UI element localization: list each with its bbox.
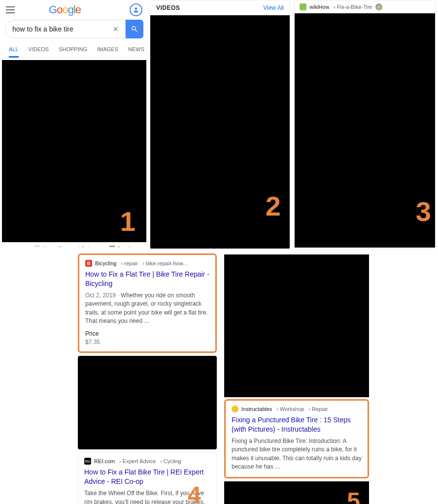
tab-images[interactable]: IMAGES bbox=[97, 43, 118, 58]
about-featured-snippets[interactable]: ? About Featured Snippets bbox=[34, 245, 102, 247]
amp-icon: ⚡ bbox=[375, 3, 382, 10]
search-icon bbox=[131, 25, 138, 33]
videos-title: VIDEOS bbox=[156, 4, 180, 11]
search-tabs: ALL VIDEOS SHOPPING IMAGES NEWS M bbox=[2, 41, 146, 58]
overlay-number-1: 1 bbox=[120, 205, 135, 237]
price-value: $7.35 bbox=[85, 339, 209, 346]
overlay-number-5: 5 bbox=[347, 487, 360, 504]
rei-site-name: REI.com bbox=[94, 458, 115, 464]
instructables-crumb-1: Workshop bbox=[275, 406, 304, 412]
flag-icon bbox=[109, 246, 115, 247]
overlay-number-3: 3 bbox=[416, 195, 431, 227]
about-label: About Featured Snippets bbox=[42, 246, 102, 247]
result-rei[interactable]: REI REI.com Expert Advice Cycling How to… bbox=[78, 452, 217, 504]
instructables-source-row: Instructables Workshop Repair bbox=[232, 406, 362, 412]
account-icon[interactable] bbox=[130, 3, 142, 16]
panel-videos: VIDEOS View All 2 bbox=[150, 0, 290, 250]
bicycling-snippet: Oct 2, 2019 · Whether you ride on smooth… bbox=[85, 291, 209, 326]
menu-icon[interactable] bbox=[6, 4, 17, 15]
instructables-title[interactable]: Fixing a Punctured Bike Tire : 15 Steps … bbox=[232, 415, 362, 434]
overlay-number-4: 4 bbox=[188, 481, 201, 504]
bicycling-favicon: B bbox=[85, 260, 92, 267]
tab-all[interactable]: ALL bbox=[9, 43, 19, 58]
panel-google-header: Google × ALL VIDEOS SHOPPING IMAGES NEWS… bbox=[2, 0, 146, 247]
view-all-link[interactable]: View All bbox=[263, 4, 284, 11]
instructables-crumb-2: Repair bbox=[307, 406, 328, 412]
tab-news[interactable]: NEWS bbox=[128, 43, 144, 58]
tab-videos[interactable]: VIDEOS bbox=[29, 43, 49, 58]
results-column-right: Instructables Workshop Repair Fixing a P… bbox=[224, 254, 369, 504]
redacted-area-2: 2 bbox=[150, 15, 290, 249]
google-logo: Google bbox=[49, 3, 81, 16]
svg-point-0 bbox=[135, 7, 137, 10]
feedback-link[interactable]: Feedback bbox=[109, 246, 141, 247]
wikihow-source-row[interactable]: wikiHow Fix-a-Bike-Tire ⚡ bbox=[295, 0, 435, 13]
redacted-area-3: 3 bbox=[295, 13, 435, 248]
help-icon: ? bbox=[34, 245, 40, 247]
result-instructables[interactable]: Instructables Workshop Repair Fixing a P… bbox=[224, 399, 369, 478]
price-label: Price bbox=[85, 330, 209, 337]
bicycling-source-row: B Bicycling repair bike-repair-how... bbox=[85, 260, 209, 267]
redacted-area-mid bbox=[78, 356, 217, 449]
search-box[interactable]: × bbox=[5, 20, 126, 38]
wikihow-favicon bbox=[300, 3, 306, 10]
bicycling-crumb-1: repair bbox=[119, 260, 138, 266]
rei-crumb-2: Cycling bbox=[159, 458, 181, 464]
bicycling-crumb-2: bike-repair-how... bbox=[141, 260, 187, 266]
feedback-label: Feedback bbox=[117, 246, 141, 247]
app-header: Google bbox=[2, 0, 146, 18]
wikihow-breadcrumb: Fix-a-Bike-Tire bbox=[332, 4, 372, 10]
featured-snippet-footer: ? About Featured Snippets Feedback bbox=[2, 242, 146, 247]
result-bicycling[interactable]: B Bicycling repair bike-repair-how... Ho… bbox=[78, 253, 217, 353]
redacted-area-1: 1 bbox=[2, 60, 146, 242]
clear-icon[interactable]: × bbox=[111, 24, 120, 34]
search-row: × bbox=[2, 18, 146, 41]
wikihow-site-name: wikiHow bbox=[309, 4, 329, 10]
panel-wikihow: wikiHow Fix-a-Bike-Tire ⚡ 3 bbox=[294, 0, 436, 250]
bicycling-title[interactable]: How to Fix a Flat Tire | Bike Tire Repai… bbox=[85, 270, 209, 288]
search-input[interactable] bbox=[12, 25, 111, 33]
search-button[interactable] bbox=[126, 20, 143, 38]
instructables-site-name: Instructables bbox=[241, 406, 272, 412]
tab-shopping[interactable]: SHOPPING bbox=[59, 43, 87, 58]
rei-crumb-1: Expert Advice bbox=[118, 458, 156, 464]
redacted-area-right-bottom: 5 bbox=[224, 481, 369, 504]
bicycling-site-name: Bicycling bbox=[95, 260, 116, 266]
redacted-area-right-top bbox=[224, 254, 369, 397]
instructables-favicon bbox=[232, 406, 238, 412]
rei-favicon: REI bbox=[84, 458, 91, 465]
videos-header: VIDEOS View All bbox=[150, 0, 290, 15]
overlay-number-2: 2 bbox=[266, 190, 281, 222]
instructables-snippet: Fixing a Punctured Bike Tire: Introducti… bbox=[232, 437, 362, 472]
results-column-left: B Bicycling repair bike-repair-how... Ho… bbox=[78, 253, 217, 504]
bicycling-date: Oct 2, 2019 bbox=[85, 292, 116, 299]
rei-source-row: REI REI.com Expert Advice Cycling bbox=[84, 458, 210, 465]
